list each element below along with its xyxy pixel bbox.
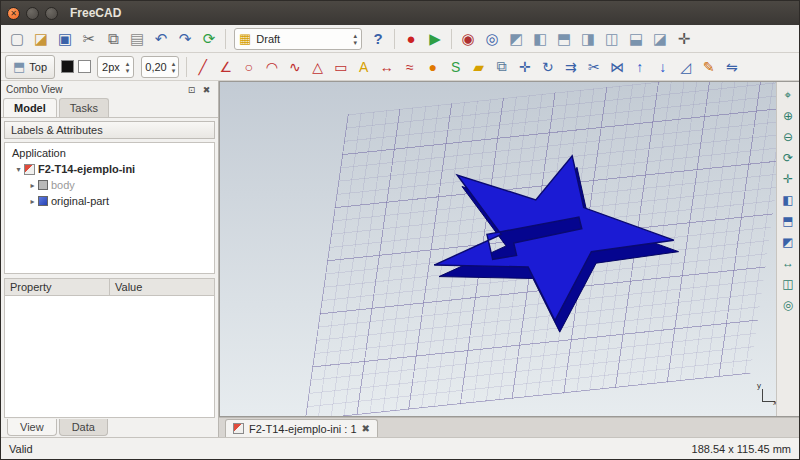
draft-rectangle-icon[interactable]: ▭ [329,55,352,79]
draft-join-icon[interactable]: ⋈ [605,55,628,79]
tree-item-original-part[interactable]: ▸ original-part [5,193,214,209]
nav-zoom-in-icon[interactable]: ⊕ [779,106,798,125]
tree-item-body[interactable]: ▸ body [5,177,214,193]
tab-view[interactable]: View [7,419,57,436]
nav-front-icon[interactable]: ◧ [779,190,798,209]
draft-move-icon[interactable]: ✛ [513,55,536,79]
combo-view-title: Combo View [6,84,63,95]
line-color-swatch[interactable] [61,60,74,73]
nav-style-icon[interactable]: ◎ [779,295,798,314]
draft-circle-icon[interactable]: ○ [237,55,260,79]
copy-icon[interactable]: ⧉ [101,27,125,51]
save-file-icon[interactable]: ▣ [53,27,77,51]
face-color-swatch[interactable] [78,60,91,73]
draft-mirror-icon[interactable]: ⇋ [720,55,743,79]
cut-icon[interactable]: ✂ [77,27,101,51]
nav-measure-icon[interactable]: ↔ [779,253,798,272]
expand-arrow-icon[interactable]: ▾ [13,165,24,174]
nav-pan-icon[interactable]: ✛ [779,169,798,188]
working-plane-button[interactable]: ⬒ Top [5,55,55,79]
draft-line-icon[interactable]: ╱ [191,55,214,79]
collapse-arrow-icon[interactable]: ▸ [27,181,38,190]
tab-tasks[interactable]: Tasks [59,98,109,117]
nav-top-icon[interactable]: ⬒ [779,211,798,230]
view-bottom-icon[interactable]: ⬓ [624,27,648,51]
view-isometric-icon[interactable]: ◩ [504,27,528,51]
panel-float-button[interactable]: ⊡ [185,83,198,96]
draft-arc-icon[interactable]: ◠ [260,55,283,79]
draft-toolbar: ⬒ Top 2px ▴▾ 0,20 ▴▾ ╱∠○◠∿△▭A↔≈●S▰⧉✛↻⇉✂⋈… [1,53,799,81]
draft-scale-icon[interactable]: ◿ [674,55,697,79]
draft-workbench-icon: ▦ [239,31,251,46]
panel-close-button[interactable]: ✖ [200,83,213,96]
undo-icon[interactable]: ↶ [149,27,173,51]
combo-arrows-icon: ▴▾ [353,32,357,46]
draw-style-icon[interactable]: ◎ [480,27,504,51]
line-width-value: 2px [102,61,120,73]
view-rear-icon[interactable]: ◫ [600,27,624,51]
axis-y-label: y [757,381,761,390]
fit-all-icon[interactable]: ◉ [456,27,480,51]
macro-play-icon[interactable]: ▶ [423,27,447,51]
view-top-icon[interactable]: ⬒ [552,27,576,51]
draft-polygon-icon[interactable]: △ [306,55,329,79]
nav-clip-icon[interactable]: ◫ [779,274,798,293]
draft-offset-icon[interactable]: ⇉ [559,55,582,79]
whatsthis-icon[interactable]: ? [366,27,390,51]
tree-root-application[interactable]: Application [5,145,214,161]
nav-rotate-icon[interactable]: ⟳ [779,148,798,167]
draft-rotate-icon[interactable]: ↻ [536,55,559,79]
open-file-icon[interactable]: ◪ [29,27,53,51]
draft-edit-icon[interactable]: ✎ [697,55,720,79]
property-table-body[interactable] [4,295,215,418]
nav-axono-icon[interactable]: ◩ [779,232,798,251]
draft-bezier-icon[interactable]: ≈ [398,55,421,79]
combo-view-panel: Combo View ⊡ ✖ Model Tasks Labels & Attr… [1,81,219,437]
draft-facebinder-icon[interactable]: ▰ [467,55,490,79]
value-column-header[interactable]: Value [110,279,214,295]
scale-spinbox[interactable]: 0,20 ▴▾ [141,56,179,78]
redo-icon[interactable]: ↷ [173,27,197,51]
axis-cross-icon[interactable]: ✛ [672,27,696,51]
paste-icon[interactable]: ▤ [125,27,149,51]
nav-fit-icon[interactable]: ⌖ [779,85,798,104]
line-width-combo[interactable]: 2px ▴▾ [97,56,134,78]
draft-bspline-icon[interactable]: ∿ [283,55,306,79]
draft-dimension-icon[interactable]: ↔ [375,55,398,79]
tree-item-document[interactable]: ▾ F2-T14-ejemplo-ini [5,161,214,177]
toolbar-separator [225,29,226,49]
draft-trimex-icon[interactable]: ✂ [582,55,605,79]
refresh-icon[interactable]: ⟳ [197,27,221,51]
document-tab[interactable]: F2-T14-ejemplo-ini : 1 ✖ [225,419,378,437]
draft-tools-group: ╱∠○◠∿△▭A↔≈●S▰⧉✛↻⇉✂⋈↑↓◿✎⇋ [191,55,743,79]
window-close-button[interactable]: ✕ [7,7,20,20]
model-star-solid[interactable] [428,152,680,336]
macro-record-icon[interactable]: ● [399,27,423,51]
labels-attributes-header[interactable]: Labels & Attributes [4,121,215,139]
view-left-icon[interactable]: ◪ [648,27,672,51]
dimension-readout: 188.54 x 115.45 mm [692,443,791,455]
draft-point-icon[interactable]: ● [421,55,444,79]
part-icon [38,196,48,206]
property-column-header[interactable]: Property [5,279,110,295]
titlebar[interactable]: ✕ FreeCAD [1,1,799,25]
view-front-icon[interactable]: ◧ [528,27,552,51]
axis-indicator: x y [753,386,773,406]
draft-upgrade-icon[interactable]: ↑ [628,55,651,79]
window-minimize-button[interactable] [26,7,39,20]
collapse-arrow-icon[interactable]: ▸ [27,197,38,206]
tab-data[interactable]: Data [59,419,108,436]
view-right-icon[interactable]: ◨ [576,27,600,51]
new-file-icon[interactable]: ▢ [5,27,29,51]
tab-model[interactable]: Model [3,98,57,117]
workbench-selector[interactable]: ▦ Draft ▴▾ [234,28,362,50]
3d-viewport[interactable]: x y ⌖⊕⊖⟳✛◧⬒◩↔◫◎ [219,81,799,417]
draft-polyline-icon[interactable]: ∠ [214,55,237,79]
draft-text-icon[interactable]: A [352,55,375,79]
window-maximize-button[interactable] [45,7,58,20]
tab-close-icon[interactable]: ✖ [362,423,370,434]
draft-downgrade-icon[interactable]: ↓ [651,55,674,79]
draft-shapestring-icon[interactable]: S [444,55,467,79]
nav-zoom-out-icon[interactable]: ⊖ [779,127,798,146]
draft-clone-icon[interactable]: ⧉ [490,55,513,79]
